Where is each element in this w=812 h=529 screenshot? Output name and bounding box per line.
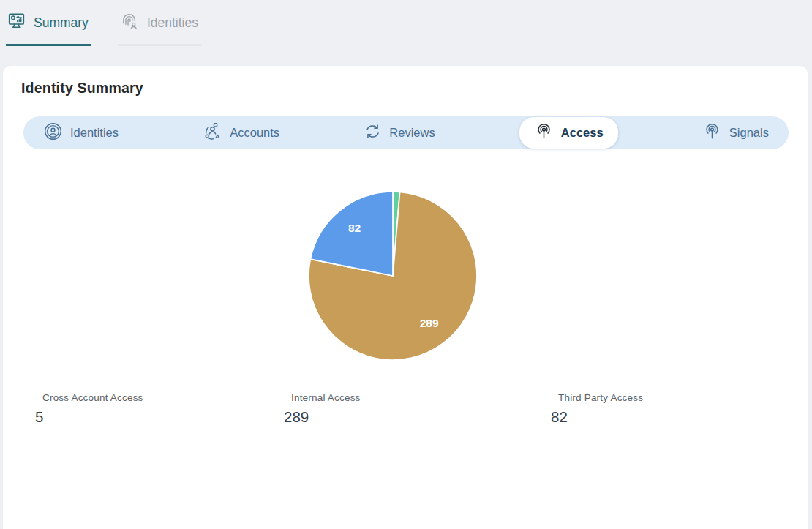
tab-identities[interactable]: Identities [43,121,119,144]
access-stats-row: Cross Account Access 5 Internal Access 2… [3,391,808,449]
tap-access-icon [534,121,554,144]
tap-signals-icon [702,121,722,144]
stat-label: Internal Access [284,392,361,403]
identity-summary-card: Identity Summary Identities [3,66,808,529]
tab-signals[interactable]: Signals [702,121,769,144]
refresh-cycle-icon [364,122,382,143]
tab-label: Reviews [389,126,435,140]
stat-label: Third Party Access [551,392,643,403]
stat-internal-access: Internal Access 289 [284,392,361,426]
summary-dashboard-icon [7,12,26,34]
pie-value-label: 289 [420,317,439,329]
stat-label: Cross Account Access [35,392,143,403]
stat-third-party-access: Third Party Access 82 [551,392,643,426]
tab-access[interactable]: Access [519,117,618,149]
tab-label: Identities [70,126,119,140]
tab-label: Signals [729,126,769,140]
person-circle-icon [43,121,63,144]
top-nav: Summary Identities [6,10,201,46]
section-tabbar: Identities Accounts [23,116,789,149]
top-tab-label: Summary [34,15,89,31]
accounts-group-icon [203,121,222,144]
page-title: Identity Summary [3,66,808,97]
tab-accounts[interactable]: Accounts [203,121,279,144]
pie-value-label: 82 [348,222,361,234]
top-tab-identities[interactable]: Identities [118,10,201,46]
tab-label: Accounts [230,126,279,140]
tab-label: Access [561,126,604,140]
stat-cross-account-access: Cross Account Access 5 [35,392,143,426]
top-tab-label: Identities [147,15,198,31]
tab-reviews[interactable]: Reviews [364,122,435,143]
fingerprint-identity-icon [119,11,139,34]
stat-value: 5 [35,408,143,426]
stat-value: 82 [551,408,643,426]
pie-chart: 28982 [307,190,478,361]
stat-value: 289 [284,408,361,426]
access-chart-area: 28982 [3,149,808,391]
top-tab-summary[interactable]: Summary [6,10,91,46]
